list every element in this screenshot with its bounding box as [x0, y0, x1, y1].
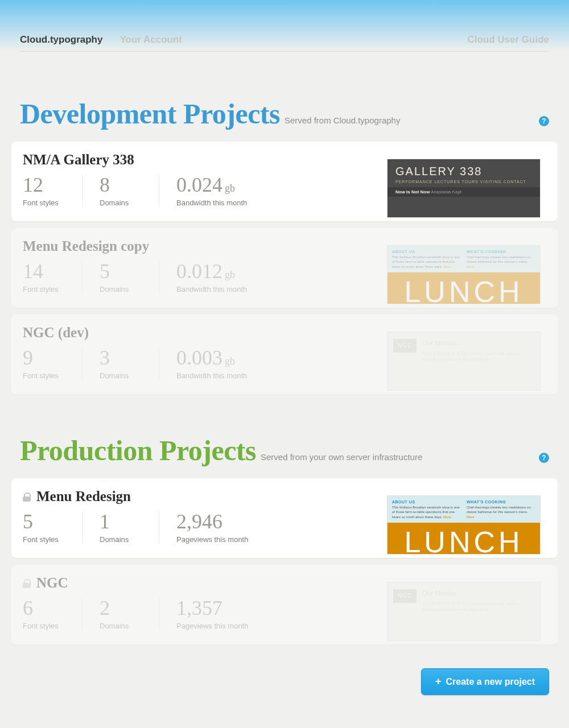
domain-label: Domains — [100, 371, 142, 380]
domain-label: Domains — [100, 535, 142, 544]
pageviews-label: Pageviews this month — [176, 535, 248, 544]
bandwidth-label: Bandwidth this month — [176, 285, 247, 293]
plus-icon: + — [435, 676, 442, 688]
pv-h: ABOUT US — [392, 500, 415, 504]
pv-more: More — [443, 515, 451, 519]
create-label: Create a new project — [446, 677, 535, 687]
dev-subtitle: Served from Cloud.typography — [284, 115, 400, 125]
preview-thumbnail: GALLERY 338 PERFORMANCE LECTURES TOURS V… — [387, 159, 541, 218]
pv-big: LUNCH — [387, 523, 540, 554]
font-label: Font styles — [23, 535, 65, 544]
pv-head: Our Mission — [422, 589, 534, 598]
preview-thumbnail: NGC Our MissionNGC'S MISSION IS TO prese… — [387, 582, 541, 641]
font-label: Font styles — [23, 371, 65, 380]
font-count: 9 — [23, 348, 65, 368]
pv-more: More — [467, 515, 475, 519]
dev-title: Development Projects — [20, 97, 280, 130]
pageviews-value: 1,357 — [176, 598, 248, 618]
domain-count: 2 — [100, 598, 142, 618]
domain-count: 1 — [100, 511, 142, 532]
domain-label: Domains — [100, 285, 142, 293]
pv-now: Now Is Not Now — [395, 189, 430, 195]
brand-link[interactable]: Cloud.typography — [20, 34, 102, 46]
pv-side: NGC — [393, 589, 417, 603]
preview-thumbnail: ABOUT USThis fictitious Brooklyn sandwic… — [387, 495, 541, 555]
project-card[interactable]: NGC 6Font styles 2Domains 1,357Pageviews… — [11, 565, 558, 644]
bandwidth-value: 0.012 — [176, 260, 222, 283]
pv-more: More — [467, 265, 475, 268]
bandwidth-label: Bandwidth this month — [176, 198, 247, 207]
account-link[interactable]: Your Account — [119, 34, 182, 46]
domain-label: Domains — [100, 622, 142, 630]
pv-h: WHAT'S COOKING — [467, 500, 506, 504]
create-project-button[interactable]: + Create a new project — [421, 668, 549, 695]
gb-unit: gb — [225, 355, 235, 367]
project-name: NGC — [36, 575, 68, 591]
prod-title: Production Projects — [20, 434, 256, 467]
bandwidth-label: Bandwidth this month — [176, 371, 247, 380]
font-label: Font styles — [23, 285, 65, 293]
domain-count: 8 — [100, 175, 142, 195]
bandwidth-value: 0.024 — [176, 173, 222, 196]
pv-t: Chef Hennings creates two meditations on… — [467, 506, 531, 514]
help-icon[interactable]: ? — [539, 453, 549, 463]
dev-section-header: Development Projects Served from Cloud.t… — [20, 97, 549, 130]
pv-head: Our Mission — [422, 339, 534, 348]
pv-h: WHAT'S COOKING — [467, 250, 506, 254]
preview-thumbnail: NGC Our MissionNGC'S MISSION IS TO prese… — [387, 332, 541, 391]
domain-count: 3 — [100, 348, 142, 368]
pageviews-label: Pageviews this month — [176, 622, 248, 630]
help-icon[interactable]: ? — [539, 116, 549, 126]
pv-t: Chef Hennings creates two meditations on… — [467, 255, 531, 263]
pv-body: NGC'S MISSION IS TO present content that… — [422, 351, 534, 363]
lock-icon — [23, 493, 31, 500]
pv-more: More — [443, 265, 451, 268]
font-count: 5 — [23, 511, 65, 532]
preview-thumbnail: ABOUT USThis fictitious Brooklyn sandwic… — [387, 245, 541, 304]
project-card[interactable]: Menu Redesign copy 14Font styles 5Domain… — [11, 228, 558, 308]
prod-subtitle: Served from your own server infrastructu… — [261, 452, 422, 462]
top-nav: Cloud.typography Your Account Cloud User… — [20, 0, 549, 52]
project-name: Menu Redesign — [36, 489, 131, 504]
project-card[interactable]: Menu Redesign 5Font styles 1Domains 2,94… — [11, 478, 558, 558]
project-card[interactable]: NM/A Gallery 338 12Font styles 8Domains … — [11, 142, 558, 221]
prod-section-header: Production Projects Served from your own… — [20, 434, 549, 467]
pageviews-value: 2,946 — [176, 511, 248, 532]
gb-unit: gb — [225, 183, 235, 194]
font-label: Font styles — [23, 198, 65, 207]
domain-count: 5 — [100, 261, 142, 282]
font-count: 14 — [23, 261, 65, 282]
pv-big: LUNCH — [387, 272, 540, 304]
lock-icon — [23, 579, 31, 587]
pv-sub: Anastasia Kapt — [431, 189, 461, 195]
font-count: 6 — [23, 598, 65, 618]
domain-label: Domains — [100, 198, 142, 207]
bandwidth-value: 0.003 — [176, 346, 222, 369]
pv-tags: PERFORMANCE LECTURES TOURS VISITING CONT… — [395, 180, 532, 184]
pv-title: GALLERY 338 — [395, 165, 532, 178]
pv-body: NGC'S MISSION IS TO present content that… — [422, 601, 534, 613]
project-card[interactable]: NGC (dev) 9Font styles 3Domains 0.003gbB… — [11, 315, 558, 394]
font-label: Font styles — [23, 622, 65, 630]
pv-h: ABOUT US — [392, 250, 415, 254]
font-count: 12 — [23, 175, 65, 195]
gb-unit: gb — [225, 269, 235, 280]
pv-side: NGC — [393, 339, 417, 353]
guide-link[interactable]: Cloud User Guide — [467, 34, 549, 46]
